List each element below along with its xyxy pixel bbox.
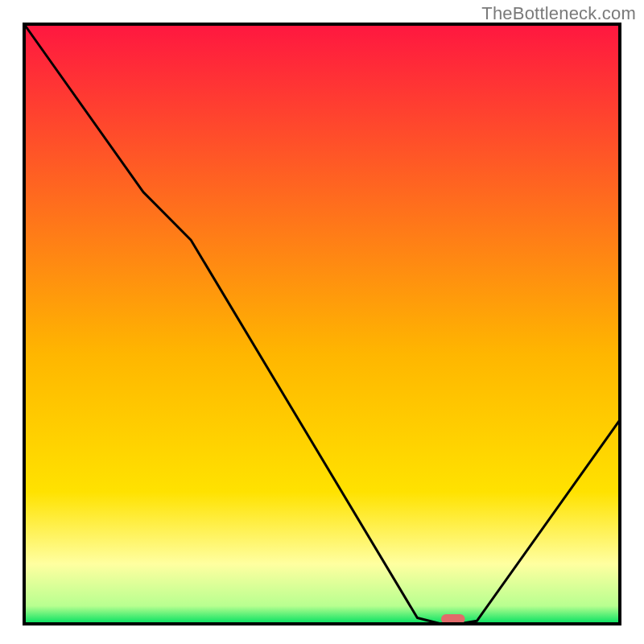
- watermark-text: TheBottleneck.com: [481, 3, 636, 24]
- plot-background: [24, 24, 620, 624]
- bottleneck-chart: [0, 0, 644, 644]
- chart-container: TheBottleneck.com: [0, 0, 644, 644]
